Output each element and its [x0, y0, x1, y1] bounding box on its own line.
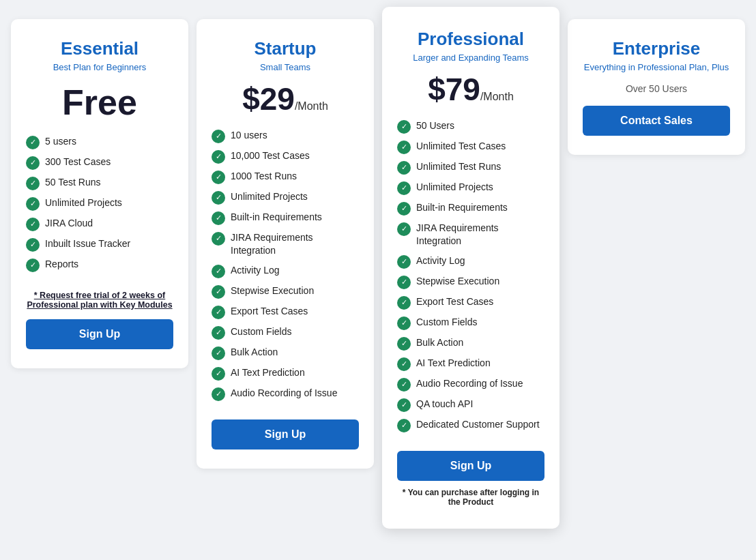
check-icon: ✓ — [397, 255, 411, 269]
feature-item: ✓Built-in Requirements — [212, 211, 359, 225]
feature-item: ✓Unlimited Test Runs — [397, 160, 544, 175]
feature-item: ✓Custom Fields — [397, 316, 544, 330]
check-icon: ✓ — [212, 285, 225, 299]
feature-text: Bulk Action — [416, 336, 463, 350]
check-icon: ✓ — [212, 387, 225, 401]
check-icon: ✓ — [212, 130, 225, 143]
feature-item: ✓10,000 Test Cases — [212, 149, 359, 164]
check-icon: ✓ — [212, 191, 225, 205]
feature-text: AI Text Prediction — [416, 357, 491, 370]
check-icon: ✓ — [397, 398, 411, 412]
cta-button-essential[interactable]: Sign Up — [26, 319, 173, 349]
price-period: /Month — [295, 100, 328, 112]
feature-text: Bulk Action — [231, 346, 278, 359]
plan-card-essential: EssentialBest Plan for BeginnersFree✓5 u… — [11, 19, 188, 368]
check-icon: ✓ — [397, 202, 411, 216]
check-icon: ✓ — [26, 156, 40, 170]
check-icon: ✓ — [397, 161, 411, 175]
feature-item: ✓1000 Test Runs — [212, 170, 359, 184]
feature-item: ✓AI Text Prediction — [212, 366, 359, 381]
cta-button-professional[interactable]: Sign Up — [397, 451, 544, 481]
cta-button-startup[interactable]: Sign Up — [212, 419, 359, 450]
feature-text: Export Test Cases — [416, 295, 493, 309]
features-list-startup: ✓10 users✓10,000 Test Cases✓1000 Test Ru… — [212, 129, 359, 407]
feature-item: ✓JIRA Requirements Integration — [397, 222, 544, 248]
feature-text: JIRA Requirements Integration — [231, 231, 359, 258]
feature-text: 10,000 Test Cases — [231, 149, 310, 163]
plan-card-enterprise: EnterpriseEverything in Professional Pla… — [568, 19, 745, 155]
check-icon: ✓ — [212, 171, 225, 184]
feature-text: Built-in Requirements — [231, 211, 322, 224]
features-list-essential: ✓5 users✓300 Test Cases✓50 Test Runs✓Unl… — [26, 135, 173, 278]
feature-item: ✓JIRA Cloud — [26, 217, 173, 231]
feature-item: ✓Dedicated Customer Support — [397, 418, 544, 432]
feature-item: ✓50 Test Runs — [26, 176, 173, 190]
check-icon: ✓ — [212, 326, 225, 340]
check-icon: ✓ — [26, 218, 40, 231]
check-icon: ✓ — [397, 222, 411, 236]
feature-text: Custom Fields — [231, 325, 291, 339]
purchase-note-professional: * You can purchase after logging in the … — [397, 488, 544, 507]
plan-card-startup: StartupSmall Teams$29/Month✓10 users✓10,… — [197, 19, 374, 469]
feature-text: Built-in Requirements — [416, 201, 508, 215]
feature-text: Dedicated Customer Support — [416, 418, 540, 432]
check-icon: ✓ — [212, 347, 225, 360]
feature-item: ✓Unlimited Test Cases — [397, 140, 544, 154]
feature-text: JIRA Cloud — [45, 217, 93, 231]
feature-item: ✓Activity Log — [212, 264, 359, 278]
check-icon: ✓ — [26, 238, 40, 252]
pricing-container: EssentialBest Plan for BeginnersFree✓5 u… — [7, 14, 749, 522]
features-list-professional: ✓50 Users✓Unlimited Test Cases✓Unlimited… — [397, 119, 544, 439]
check-icon: ✓ — [26, 259, 40, 272]
feature-text: Audio Recording of Issue — [416, 377, 523, 391]
trial-note-essential[interactable]: * Request free trial of 2 weeks of Profe… — [26, 291, 173, 310]
feature-text: Activity Log — [416, 254, 465, 268]
cta-button-enterprise[interactable]: Contact Sales — [583, 106, 730, 136]
check-icon: ✓ — [397, 276, 411, 289]
feature-item: ✓Stepwise Execution — [212, 284, 359, 299]
feature-text: 1000 Test Runs — [231, 170, 297, 183]
feature-text: Unlimited Projects — [416, 181, 493, 194]
feature-item: ✓Unlimited Projects — [26, 196, 173, 211]
plan-title-startup: Startup — [212, 38, 359, 59]
feature-item: ✓Activity Log — [397, 254, 544, 269]
feature-text: Unlimited Test Cases — [416, 140, 506, 153]
feature-item: ✓AI Text Prediction — [397, 357, 544, 371]
plan-card-professional: ProfessionalLarger and Expanding Teams$7… — [382, 7, 559, 529]
check-icon: ✓ — [397, 316, 411, 330]
plan-price-startup: $29/Month — [212, 82, 359, 117]
feature-text: JIRA Requirements Integration — [416, 222, 544, 248]
feature-item: ✓Export Test Cases — [212, 305, 359, 319]
feature-item: ✓Built-in Requirements — [397, 201, 544, 216]
check-icon: ✓ — [26, 197, 40, 211]
plan-title-professional: Professional — [397, 29, 544, 50]
feature-text: 10 users — [231, 129, 267, 143]
check-icon: ✓ — [212, 265, 225, 278]
feature-text: Audio Recording of Issue — [231, 387, 337, 400]
feature-item: ✓Custom Fields — [212, 325, 359, 340]
check-icon: ✓ — [397, 181, 411, 195]
feature-item: ✓Unlimited Projects — [212, 190, 359, 205]
check-icon: ✓ — [26, 177, 40, 190]
feature-item: ✓Bulk Action — [212, 346, 359, 360]
feature-item: ✓Stepwise Execution — [397, 275, 544, 289]
check-icon: ✓ — [397, 378, 411, 392]
check-icon: ✓ — [397, 357, 411, 371]
feature-text: 5 users — [45, 135, 76, 149]
check-icon: ✓ — [212, 150, 225, 164]
check-icon: ✓ — [397, 120, 411, 134]
feature-text: QA touch API — [416, 398, 473, 411]
plan-subtitle-professional: Larger and Expanding Teams — [397, 53, 544, 63]
check-icon: ✓ — [26, 136, 40, 149]
plan-subtitle-startup: Small Teams — [212, 62, 359, 72]
feature-item: ✓10 users — [212, 129, 359, 143]
check-icon: ✓ — [212, 232, 225, 246]
feature-text: Stepwise Execution — [416, 275, 499, 289]
feature-item: ✓300 Test Cases — [26, 156, 173, 170]
feature-item: ✓QA touch API — [397, 398, 544, 412]
plan-price-note-enterprise: Over 50 Users — [583, 82, 730, 96]
plan-title-essential: Essential — [26, 38, 173, 59]
feature-item: ✓Reports — [26, 258, 173, 272]
feature-item: ✓5 users — [26, 135, 173, 149]
feature-text: Activity Log — [231, 264, 280, 278]
